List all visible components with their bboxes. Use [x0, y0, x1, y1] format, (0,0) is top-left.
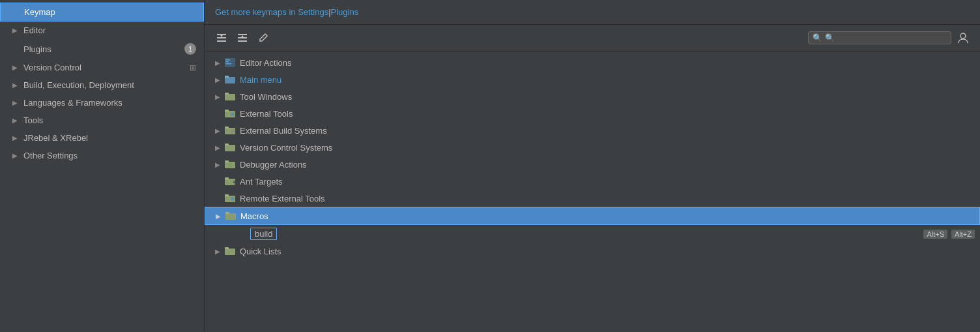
tree-item-external-build[interactable]: ▶ External Build Systems: [205, 122, 980, 139]
svg-rect-2: [217, 40, 226, 42]
tree-item-macros[interactable]: ▶ Macros: [205, 207, 980, 225]
sidebar-item-other-settings[interactable]: ▶ Other Settings: [0, 147, 204, 164]
svg-text:⚙: ⚙: [228, 162, 233, 168]
sidebar-item-jrebel[interactable]: ▶ JRebel & XRebel: [0, 129, 204, 147]
svg-marker-7: [241, 35, 244, 37]
sidebar-item-languages[interactable]: ▶ Languages & Frameworks: [0, 94, 204, 112]
sidebar-item-label: Keymap: [24, 7, 195, 17]
no-chevron-external-tools: [212, 108, 223, 119]
no-chevron-keymap: [11, 8, 20, 17]
tool-windows-folder-icon: [224, 91, 236, 102]
tree-item-debugger[interactable]: ▶ ⚙ Debugger Actions: [205, 156, 980, 173]
svg-point-20: [231, 112, 235, 116]
chevron-tool-windows-icon: ▶: [212, 91, 223, 102]
search-box[interactable]: 🔍: [808, 31, 951, 44]
plugins-badge: 1: [184, 43, 196, 55]
tree-item-ant-targets[interactable]: 🐜 Ant Targets: [205, 173, 980, 190]
user-icon-button[interactable]: [954, 29, 972, 47]
tree-item-label: External Tools: [240, 109, 975, 119]
tree-item-label: Debugger Actions: [240, 160, 975, 170]
no-chevron-build: [223, 229, 233, 239]
svg-rect-0: [217, 34, 226, 35]
tree-item-label: Quick Lists: [240, 247, 975, 256]
svg-rect-17: [225, 93, 229, 95]
ant-targets-icon: 🐜: [224, 175, 236, 187]
main-menu-folder-icon: [224, 74, 236, 85]
sidebar-item-label: Languages & Frameworks: [23, 98, 196, 108]
build-label-wrapper: build: [250, 228, 277, 240]
tree-item-label: Macros: [240, 211, 974, 221]
sidebar-item-label: Tools: [23, 115, 196, 125]
macros-folder-icon: [225, 210, 237, 222]
sidebar-item-label: Build, Execution, Deployment: [23, 80, 196, 90]
svg-rect-37: [225, 249, 235, 255]
tree-item-external-tools[interactable]: External Tools: [205, 105, 980, 122]
svg-point-8: [960, 33, 966, 38]
no-chevron-plugins: [10, 44, 20, 53]
chevron-external-build-icon: ▶: [212, 125, 223, 136]
sidebar-item-editor[interactable]: ▶ Editor: [0, 22, 204, 39]
sidebar-item-version-control[interactable]: ▶ Version Control ⊞: [0, 59, 204, 76]
tree-item-quick-lists[interactable]: ▶ Quick Lists: [205, 243, 980, 260]
search-input[interactable]: [825, 33, 936, 42]
chevron-vc-icon: ▶: [10, 63, 20, 72]
svg-rect-1: [217, 37, 226, 38]
vcs-icon: ⊞: [190, 63, 196, 72]
get-more-keymaps-link[interactable]: Get more keymaps in Settings: [215, 7, 328, 17]
chevron-macros-icon: ▶: [213, 211, 223, 221]
tree-item-label: Remote External Tools: [240, 194, 975, 204]
chevron-tools-icon: ▶: [10, 116, 20, 125]
svg-rect-38: [225, 247, 229, 249]
svg-rect-11: [225, 61, 229, 63]
chevron-other-icon: ▶: [10, 151, 20, 160]
edit-icon: [258, 33, 268, 43]
svg-rect-33: [225, 194, 229, 196]
sidebar-item-keymap[interactable]: Keymap: [0, 3, 204, 22]
chevron-lang-icon: ▶: [10, 98, 20, 108]
svg-rect-4: [238, 34, 247, 35]
tree-item-label: Ant Targets: [240, 177, 975, 187]
svg-rect-10: [225, 59, 230, 61]
edit-button[interactable]: [254, 29, 272, 47]
sidebar-item-build-execution[interactable]: ▶ Build, Execution, Deployment: [0, 76, 204, 94]
external-build-icon: [224, 125, 236, 136]
build-icon: [235, 228, 246, 240]
chevron-main-menu-icon: ▶: [212, 74, 223, 85]
svg-rect-19: [225, 110, 229, 112]
svg-marker-3: [220, 35, 223, 37]
tree-item-vcs[interactable]: ▶ Version Control Systems: [205, 139, 980, 156]
svg-rect-6: [238, 40, 247, 42]
remote-external-icon: [224, 192, 236, 204]
expand-all-button[interactable]: [212, 29, 231, 47]
tree-item-label: Editor Actions: [240, 58, 975, 68]
sidebar-item-label: Editor: [23, 25, 196, 35]
chevron-quick-lists-icon: ▶: [212, 246, 223, 256]
chevron-build-icon: ▶: [10, 81, 20, 90]
tree-item-tool-windows[interactable]: ▶ Tool Windows: [205, 88, 980, 105]
collapse-all-icon: [237, 33, 248, 43]
svg-rect-35: [225, 213, 236, 220]
tree-item-main-menu[interactable]: ▶ Main menu: [205, 71, 980, 88]
shortcut-alt-z: Alt+Z: [951, 230, 975, 239]
sidebar-item-label: Plugins: [23, 44, 180, 54]
svg-rect-22: [225, 127, 229, 128]
sidebar-item-label: Other Settings: [23, 151, 196, 160]
tree-list: ▶ Editor Actions ▶ Main menu ▶ Tool Wind…: [205, 52, 980, 332]
sidebar-item-label: Version Control: [23, 63, 186, 72]
sidebar-item-tools[interactable]: ▶ Tools: [0, 112, 204, 129]
svg-rect-36: [225, 212, 229, 214]
plugins-link[interactable]: Plugins: [331, 7, 359, 17]
shortcuts-area: Alt+S Alt+Z: [921, 230, 975, 239]
chevron-debugger-icon: ▶: [212, 159, 223, 170]
expand-all-icon: [216, 33, 227, 43]
tree-item-build[interactable]: build Alt+S Alt+Z: [205, 225, 980, 243]
top-bar: Get more keymaps in Settings | Plugins: [205, 0, 980, 25]
quick-lists-folder-icon: [224, 245, 236, 257]
collapse-all-button[interactable]: [233, 29, 252, 47]
sidebar-item-plugins[interactable]: Plugins 1: [0, 39, 204, 59]
tree-item-remote-external[interactable]: Remote External Tools: [205, 190, 980, 207]
tree-item-editor-actions[interactable]: ▶ Editor Actions: [205, 54, 980, 71]
sidebar: Keymap ▶ Editor Plugins 1 ▶ Version Cont…: [0, 0, 205, 332]
search-icon: 🔍: [813, 33, 822, 42]
user-icon: [957, 31, 970, 44]
